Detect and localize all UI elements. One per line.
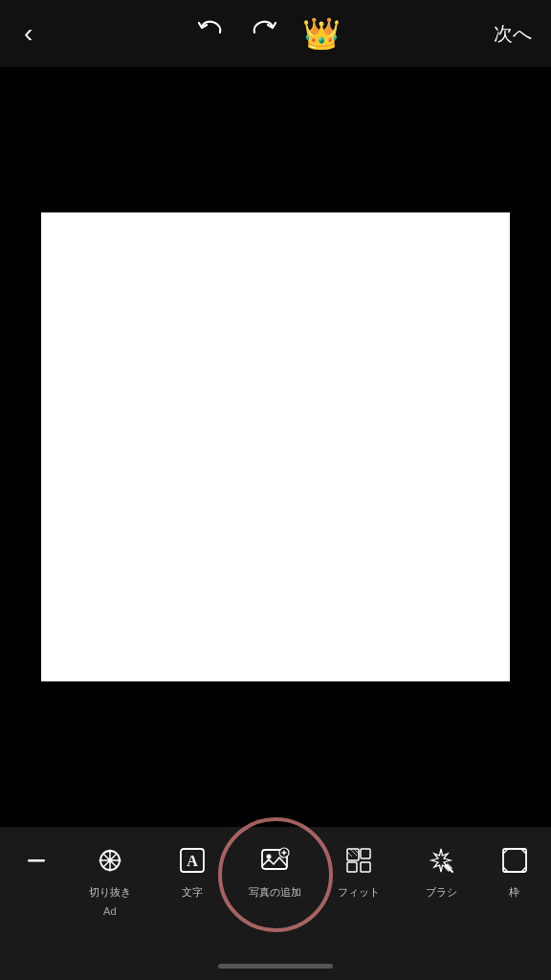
- svg-point-8: [118, 859, 121, 862]
- svg-rect-26: [503, 849, 526, 872]
- svg-rect-24: [361, 862, 370, 872]
- svg-point-7: [108, 850, 111, 853]
- svg-point-9: [108, 869, 111, 872]
- minus-icon: [17, 841, 55, 880]
- frame-label: 枠: [509, 885, 519, 900]
- redo-button[interactable]: [247, 12, 283, 55]
- svg-text:A: A: [187, 853, 199, 869]
- home-indicator: [0, 951, 551, 980]
- brush-label: ブラシ: [426, 885, 457, 900]
- toolbar-item-fit[interactable]: フィット: [330, 841, 387, 900]
- svg-line-20: [350, 849, 357, 856]
- crown-icon: 👑: [302, 15, 341, 52]
- crop-label: 切り抜き: [89, 885, 131, 900]
- white-canvas: [41, 212, 510, 681]
- canvas-area: [0, 67, 551, 827]
- add-photo-icon: [256, 841, 295, 880]
- toolbar-items: 切り抜き Ad A 文字: [0, 827, 551, 951]
- bottom-toolbar: 切り抜き Ad A 文字: [0, 827, 551, 980]
- svg-rect-22: [361, 849, 370, 858]
- toolbar-item-minus[interactable]: [17, 841, 55, 880]
- crop-icon: [91, 841, 129, 880]
- fit-icon: [340, 841, 378, 880]
- next-button[interactable]: 次へ: [494, 21, 532, 47]
- svg-rect-18: [347, 849, 359, 860]
- add-photo-label: 写真の追加: [249, 885, 301, 900]
- ad-badge: Ad: [103, 905, 116, 917]
- toolbar-item-crop[interactable]: 切り抜き Ad: [81, 841, 139, 917]
- back-button[interactable]: ‹: [19, 13, 37, 54]
- text-icon: A: [173, 841, 211, 880]
- top-bar: ‹ 👑 次へ: [0, 0, 551, 67]
- toolbar-item-text[interactable]: A 文字: [164, 841, 221, 900]
- undo-button[interactable]: [191, 12, 228, 55]
- home-bar: [218, 964, 333, 969]
- toolbar-item-brush[interactable]: ブラシ: [412, 841, 470, 900]
- svg-rect-0: [28, 859, 45, 862]
- top-bar-center: 👑: [191, 12, 341, 55]
- svg-rect-23: [347, 862, 357, 872]
- toolbar-item-frame[interactable]: 枠: [496, 841, 534, 900]
- fit-label: フィット: [338, 885, 380, 900]
- text-label: 文字: [182, 885, 203, 900]
- toolbar-item-add-photo[interactable]: 写真の追加: [247, 841, 304, 900]
- svg-point-14: [266, 855, 271, 859]
- svg-point-6: [107, 858, 112, 863]
- svg-point-10: [99, 859, 101, 862]
- top-bar-left: ‹: [19, 13, 37, 54]
- frame-icon: [496, 841, 534, 880]
- brush-icon: [422, 841, 460, 880]
